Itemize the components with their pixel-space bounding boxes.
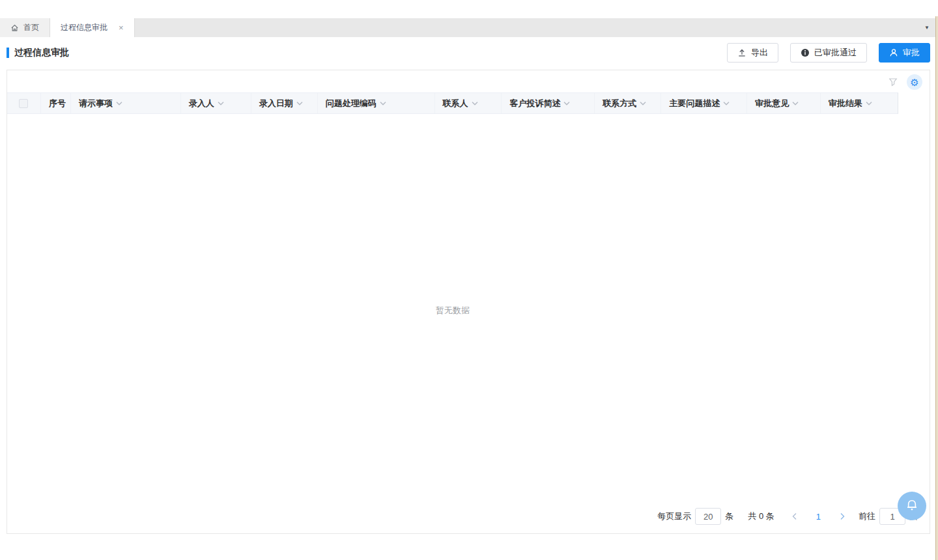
- chevron-down-icon[interactable]: [218, 102, 224, 105]
- table-toolbar: ⚙: [888, 74, 922, 91]
- header-cell-approval-result[interactable]: 审批结果: [821, 93, 898, 113]
- header-cell-entry-date[interactable]: 录入日期: [251, 93, 318, 113]
- column-label: 联系方式: [603, 98, 636, 109]
- tab-bar: 首页 过程信息审批 × ▼: [0, 18, 938, 37]
- header-cell-main-issue[interactable]: 主要问题描述: [661, 93, 747, 113]
- header-cell-entered-by[interactable]: 录入人: [181, 93, 251, 113]
- page-number[interactable]: 1: [816, 512, 821, 522]
- person-icon: [889, 48, 898, 57]
- chevron-down-icon[interactable]: [116, 102, 122, 105]
- header-cell-approval-opinion[interactable]: 审批意见: [747, 93, 821, 113]
- column-label: 联系人: [443, 98, 468, 109]
- column-label: 序号: [49, 98, 66, 109]
- column-label: 审批意见: [755, 98, 789, 109]
- tab-process-approval[interactable]: 过程信息审批 ×: [50, 18, 135, 37]
- close-icon[interactable]: ×: [119, 23, 124, 32]
- approved-passed-button[interactable]: 已审批通过: [790, 43, 867, 63]
- chevron-down-icon[interactable]: [792, 102, 799, 105]
- tab-home-label: 首页: [23, 22, 39, 33]
- bell-icon: [904, 498, 920, 514]
- window-edge-strip: [935, 16, 938, 560]
- tab-process-approval-label: 过程信息审批: [61, 22, 107, 33]
- column-label: 主要问题描述: [669, 98, 720, 109]
- chevron-down-icon[interactable]: [296, 102, 303, 105]
- table-card: ⚙ 序号 请示事项 录入人 录入日期 问题处理编码 联系人 客户投诉: [7, 70, 930, 534]
- per-page-label: 每页显示: [657, 511, 691, 522]
- select-all-checkbox[interactable]: [19, 99, 28, 108]
- chevron-down-icon[interactable]: [472, 102, 478, 105]
- chevron-down-icon[interactable]: [866, 102, 872, 105]
- chevron-down-icon[interactable]: [723, 102, 730, 105]
- header-actions: 导出 已审批通过 审批: [727, 43, 930, 63]
- next-page-chevron-right-icon[interactable]: [840, 512, 846, 520]
- home-icon: [10, 23, 19, 32]
- header-cell-request-item[interactable]: 请示事项: [71, 93, 181, 113]
- empty-state-text: 暂无数据: [7, 305, 898, 316]
- chevron-down-icon[interactable]: [380, 102, 386, 105]
- per-page-input[interactable]: [695, 508, 721, 525]
- chevron-down-icon[interactable]: [640, 102, 646, 105]
- column-label: 客户投诉简述: [509, 98, 560, 109]
- approve-button[interactable]: 审批: [879, 43, 930, 63]
- filter-funnel-icon[interactable]: [888, 77, 898, 87]
- per-page-unit: 条: [725, 511, 733, 522]
- column-label: 录入日期: [259, 98, 293, 109]
- table-header-row: 序号 请示事项 录入人 录入日期 问题处理编码 联系人 客户投诉简述 联系方式: [7, 92, 898, 114]
- page-header: 过程信息审批 导出 已审批通过 审批: [7, 43, 930, 63]
- header-cell-contact-method[interactable]: 联系方式: [595, 93, 661, 113]
- tab-list-caret-down-icon[interactable]: ▼: [924, 25, 930, 31]
- column-label: 审批结果: [829, 98, 862, 109]
- column-label: 请示事项: [79, 98, 113, 109]
- pagination: 每页显示 条 共 0 条 1 前往 页: [657, 508, 918, 525]
- prev-page-chevron-left-icon[interactable]: [791, 512, 797, 520]
- total-count: 共 0 条: [748, 511, 774, 522]
- column-label: 问题处理编码: [326, 98, 377, 109]
- header-cell-complaint-brief[interactable]: 客户投诉简述: [502, 93, 595, 113]
- chevron-down-icon[interactable]: [563, 102, 570, 105]
- header-cell-select-all: [7, 93, 41, 113]
- app-root: { "tabs": { "items": [ { "label": "首页" }…: [0, 0, 938, 560]
- column-label: 录入人: [189, 98, 214, 109]
- export-button[interactable]: 导出: [727, 43, 778, 63]
- tab-home[interactable]: 首页: [0, 18, 50, 37]
- info-icon: [801, 48, 810, 57]
- export-button-label: 导出: [751, 47, 768, 59]
- notification-bell-button[interactable]: [898, 492, 926, 520]
- header-cell-seq: 序号: [41, 93, 71, 113]
- header-cell-issue-code[interactable]: 问题处理编码: [318, 93, 435, 113]
- approved-passed-label: 已审批通过: [814, 47, 857, 59]
- header-cell-contact-person[interactable]: 联系人: [435, 93, 502, 113]
- export-icon: [737, 48, 746, 57]
- approve-button-label: 审批: [903, 47, 920, 59]
- page-title: 过程信息审批: [14, 47, 69, 59]
- goto-page-label: 前往: [859, 511, 875, 522]
- column-settings-gear-icon[interactable]: ⚙: [907, 74, 922, 90]
- title-accent-bar: [7, 48, 9, 58]
